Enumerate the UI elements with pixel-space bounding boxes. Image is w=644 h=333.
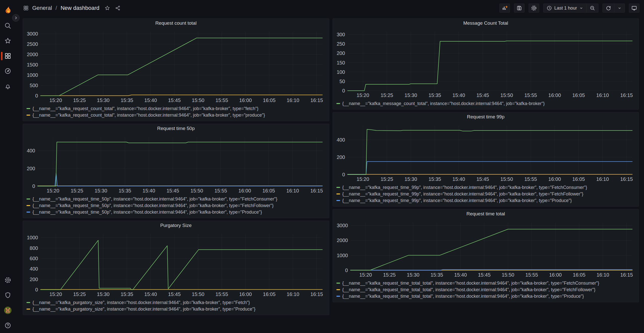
legend-item[interactable]: {__name__="kafka_purgatory_size", instan…: [26, 299, 327, 306]
legend-item[interactable]: {__name__="kafka_request_count_total", i…: [26, 112, 327, 118]
chart-request-time-total: 15:2015:2515:3015:3515:4015:4515:5015:55…: [334, 218, 637, 279]
sidebar-item-explore[interactable]: [0, 63, 16, 79]
legend-label: {__name__="kafka_request_time_total_tota…: [342, 281, 599, 286]
svg-text:16:05: 16:05: [263, 97, 276, 103]
legend-item[interactable]: {__name__="kafka_request_time_total_tota…: [336, 280, 636, 286]
svg-text:800: 800: [30, 245, 38, 251]
svg-text:15:35: 15:35: [428, 176, 441, 182]
legend-item[interactable]: {__name__="kafka_request_time_50p", inst…: [26, 196, 327, 202]
chart-area: 15:2015:2515:3015:3515:4015:4515:5015:55…: [23, 28, 329, 105]
svg-text:16:15: 16:15: [620, 272, 633, 278]
svg-text:15:50: 15:50: [192, 291, 204, 297]
svg-text:400: 400: [337, 137, 345, 143]
sidebar-item-server-admin[interactable]: [0, 288, 16, 303]
legend-item[interactable]: {__name__="kafka_request_time_total_tota…: [336, 286, 636, 293]
shield-admin-icon: [4, 292, 11, 299]
panel-message-count-total: Message Count Total15:2015:2515:3015:351…: [333, 18, 639, 110]
svg-text:16:10: 16:10: [596, 272, 609, 278]
refresh-dashboard-button[interactable]: [603, 4, 614, 12]
chevron-down-icon: [579, 6, 583, 10]
legend-label: {__name__="kafka_request_count_total", i…: [33, 106, 259, 111]
chevron-right-icon: [14, 16, 18, 20]
legend-item[interactable]: {__name__="kafka_request_time_50p", inst…: [26, 209, 327, 215]
svg-text:15:20: 15:20: [49, 291, 62, 297]
svg-text:16:00: 16:00: [239, 97, 252, 103]
svg-text:1000: 1000: [27, 235, 38, 240]
sidebar-expand-button[interactable]: [12, 14, 20, 22]
time-range-label: Last 1 hour: [554, 6, 577, 11]
svg-text:0: 0: [342, 172, 345, 177]
svg-text:16:10: 16:10: [596, 92, 609, 98]
legend-swatch: [336, 103, 340, 104]
panel-title[interactable]: Message Count Total: [333, 19, 639, 28]
panel-title[interactable]: Request time 50p: [23, 124, 329, 133]
svg-text:15:55: 15:55: [524, 92, 537, 98]
chart-request-time-99p: 15:2015:2515:3015:3515:4015:4515:5015:55…: [334, 121, 637, 184]
svg-text:15:45: 15:45: [168, 97, 181, 103]
search-icon: [4, 22, 11, 29]
legend-label: {__name__="kafka_request_time_99p", inst…: [342, 191, 584, 197]
chart-purgatory-size: 15:2015:2515:3015:3515:4015:4515:5015:55…: [24, 230, 328, 299]
svg-text:1000: 1000: [27, 72, 38, 78]
svg-text:16:05: 16:05: [262, 188, 275, 193]
sidebar-item-configuration[interactable]: [0, 273, 16, 288]
svg-text:15:45: 15:45: [167, 188, 179, 193]
add-panel-icon: [502, 5, 508, 11]
help-icon: [4, 322, 11, 329]
star-dashboard-button[interactable]: [105, 5, 110, 11]
legend-item[interactable]: {__name__="kafka_request_time_50p", inst…: [26, 202, 327, 209]
gear-configuration-icon: [4, 277, 11, 284]
svg-text:15:45: 15:45: [168, 291, 181, 297]
legend-item[interactable]: {__name__="kafka_request_time_total_tota…: [336, 293, 636, 299]
time-picker-group: Last 1 hour: [543, 4, 598, 13]
legend-swatch: [26, 205, 30, 206]
chart-area: 15:2015:2515:3015:3515:4015:4515:5015:55…: [23, 133, 329, 195]
svg-text:1000: 1000: [337, 253, 348, 258]
add-panel-button[interactable]: [499, 4, 510, 13]
refresh-group: [602, 4, 625, 13]
svg-text:400: 400: [27, 148, 35, 153]
legend-item[interactable]: {__name__="kafka_message_count_total", i…: [336, 100, 636, 107]
star-icon: [105, 5, 110, 11]
breadcrumb-folder[interactable]: General: [32, 5, 52, 11]
panel-title[interactable]: Purgatory Size: [23, 221, 329, 230]
legend-swatch: [336, 283, 340, 284]
compass-explore-icon: [4, 68, 11, 75]
legend-label: {__name__="kafka_request_time_total_tota…: [342, 294, 584, 299]
sidebar-item-alerting[interactable]: [0, 79, 16, 94]
dashboard-settings-button[interactable]: [529, 4, 539, 13]
panel-title[interactable]: Request count total: [23, 19, 329, 28]
svg-text:15:55: 15:55: [215, 291, 228, 297]
legend-item[interactable]: {__name__="kafka_request_time_99p", inst…: [336, 191, 636, 197]
svg-text:16:00: 16:00: [239, 291, 252, 297]
refresh-interval-button[interactable]: [615, 4, 625, 12]
zoom-out-time-button[interactable]: [587, 4, 598, 12]
svg-text:15:30: 15:30: [95, 188, 107, 193]
legend-item[interactable]: {__name__="kafka_request_time_99p", inst…: [336, 197, 636, 204]
panel-title[interactable]: Request time 99p: [333, 112, 639, 121]
legend-item[interactable]: {__name__="kafka_purgatory_size", instan…: [26, 306, 327, 312]
legend-item[interactable]: {__name__="kafka_request_time_99p", inst…: [336, 184, 636, 191]
time-range-button[interactable]: Last 1 hour: [543, 4, 586, 12]
breadcrumb-dashboard-title: New dashboard: [60, 5, 99, 11]
sidebar-item-profile[interactable]: [0, 303, 16, 318]
cycle-view-mode-button[interactable]: [629, 4, 639, 13]
sidebar-item-dashboards[interactable]: [0, 48, 16, 63]
legend: {__name__="kafka_request_count_total", i…: [23, 105, 329, 121]
share-dashboard-button[interactable]: [115, 5, 121, 11]
svg-text:15:55: 15:55: [525, 272, 538, 278]
save-dashboard-button[interactable]: [514, 4, 525, 13]
sidebar-item-help[interactable]: [0, 318, 16, 333]
sidebar-item-starred[interactable]: [0, 33, 16, 48]
dashboard-col-left: Request count total15:2015:2515:3015:351…: [23, 18, 329, 315]
svg-text:15:20: 15:20: [359, 272, 372, 278]
svg-text:100: 100: [337, 69, 345, 75]
svg-text:15:30: 15:30: [407, 272, 419, 278]
panel-title[interactable]: Request time total: [333, 209, 639, 218]
chart-request-count-total: 15:2015:2515:3015:3515:4015:4515:5015:55…: [24, 28, 328, 105]
grafana-app: General / New dashboard: [0, 0, 644, 333]
legend-item[interactable]: {__name__="kafka_request_count_total", i…: [26, 105, 327, 112]
svg-text:15:20: 15:20: [357, 176, 369, 182]
top-navigation-bar: General / New dashboard: [16, 0, 644, 16]
svg-text:16:15: 16:15: [620, 92, 633, 98]
